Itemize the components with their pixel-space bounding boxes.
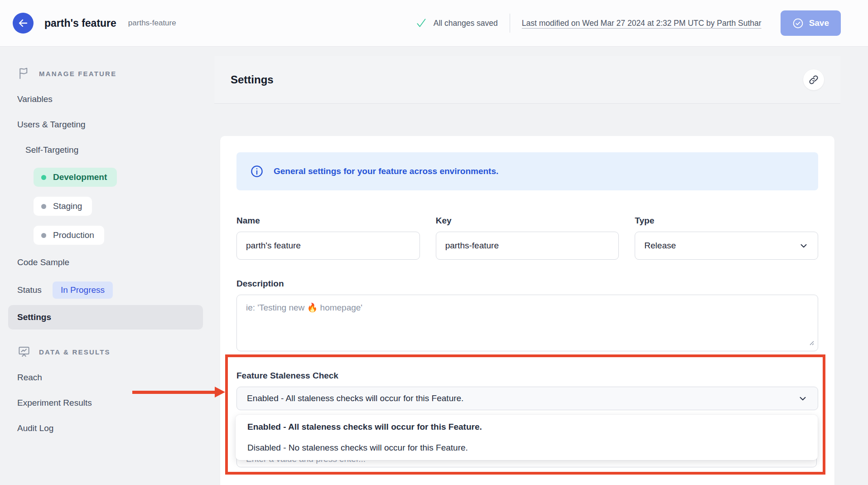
sidebar-heading-manage-feature: MANAGE FEATURE: [17, 63, 199, 87]
feature-key: parths-feature: [128, 19, 176, 28]
sidebar-item-staging[interactable]: Staging: [34, 197, 92, 216]
sidebar-item-experiment-results[interactable]: Experiment Results: [17, 390, 199, 416]
sidebar-item-code-sample[interactable]: Code Sample: [17, 250, 199, 275]
sidebar-item-audit-log[interactable]: Audit Log: [17, 416, 199, 441]
env-label: Development: [53, 172, 107, 182]
main-content: Settings General settings for your featu…: [208, 47, 868, 485]
name-input[interactable]: [236, 232, 420, 260]
sidebar: MANAGE FEATURE Variables Users & Targeti…: [0, 47, 208, 485]
sidebar-heading-label: MANAGE FEATURE: [39, 70, 116, 78]
staleness-dropdown-menu: Enabled - All staleness checks will occu…: [236, 415, 818, 460]
key-label: Key: [436, 216, 619, 226]
sidebar-env-development-row: Development: [17, 163, 199, 192]
sidebar-item-users-targeting[interactable]: Users & Targeting: [17, 112, 199, 137]
page-title: parth's feature: [44, 17, 116, 29]
env-dot-icon: [41, 233, 46, 238]
env-dot-icon: [41, 175, 46, 180]
status-badge[interactable]: In Progress: [53, 281, 113, 299]
env-dot-icon: [41, 204, 46, 209]
arrow-left-icon: [18, 18, 29, 29]
env-label: Production: [53, 230, 94, 240]
check-icon: [415, 17, 427, 29]
header-divider: [510, 14, 510, 33]
key-field-group: Key: [436, 216, 619, 260]
copy-link-button[interactable]: [803, 69, 824, 90]
form-row: Name Key Type Release: [236, 216, 818, 260]
back-button[interactable]: [13, 13, 34, 34]
sidebar-item-reach[interactable]: Reach: [17, 365, 199, 390]
staleness-option-enabled[interactable]: Enabled - All staleness checks will occu…: [236, 417, 818, 436]
info-banner-text: General settings for your feature across…: [274, 166, 498, 176]
sidebar-item-development[interactable]: Development: [34, 168, 117, 187]
link-icon: [808, 74, 819, 85]
sidebar-heading-data-results: DATA & RESULTS: [17, 341, 199, 365]
staleness-option-disabled[interactable]: Disabled - No staleness checks will occu…: [236, 438, 818, 457]
sidebar-spacer: [17, 330, 199, 341]
page-body: MANAGE FEATURE Variables Users & Targeti…: [0, 47, 868, 485]
info-icon: [250, 165, 264, 178]
type-select-value: Release: [644, 241, 676, 251]
description-textarea[interactable]: [236, 295, 818, 351]
key-input[interactable]: [436, 232, 619, 260]
save-button[interactable]: Save: [781, 10, 841, 36]
chevron-down-icon: [798, 393, 808, 403]
saved-status-text: All changes saved: [434, 19, 498, 28]
flag-icon: [17, 67, 31, 80]
name-field-group: Name: [236, 216, 420, 260]
name-label: Name: [236, 216, 420, 226]
staleness-section: Feature Staleness Check Enabled - All st…: [236, 358, 818, 475]
chevron-down-icon: [799, 241, 809, 251]
sidebar-item-variables[interactable]: Variables: [17, 87, 199, 112]
sidebar-item-settings[interactable]: Settings: [8, 305, 203, 330]
settings-card: General settings for your feature across…: [220, 136, 834, 485]
staleness-dropdown-area: Enter a value and press enter... Enabled…: [236, 410, 818, 475]
staleness-label: Feature Staleness Check: [236, 371, 818, 381]
info-banner: General settings for your feature across…: [236, 152, 818, 190]
sidebar-env-staging-row: Staging: [17, 192, 199, 221]
env-label: Staging: [53, 201, 82, 211]
top-header: parth's feature parths-feature All chang…: [0, 0, 868, 47]
sidebar-status-label: Status: [17, 285, 42, 295]
staleness-select-value: Enabled - All staleness checks will occu…: [247, 393, 463, 403]
save-button-label: Save: [809, 18, 829, 28]
sidebar-heading-label: DATA & RESULTS: [39, 348, 111, 356]
saved-status: All changes saved: [415, 17, 498, 29]
sidebar-status-row: Status In Progress: [17, 275, 199, 305]
sidebar-env-production-row: Production: [17, 221, 199, 250]
description-label: Description: [236, 279, 818, 289]
type-select[interactable]: Release: [635, 232, 818, 260]
staleness-select[interactable]: Enabled - All staleness checks will occu…: [236, 387, 818, 410]
sidebar-item-production[interactable]: Production: [34, 226, 104, 245]
settings-title: Settings: [231, 73, 274, 86]
description-field-group: Description: [236, 279, 818, 351]
circle-check-icon: [792, 18, 804, 29]
type-field-group: Type Release: [635, 216, 818, 260]
settings-panel-header: Settings: [214, 56, 840, 103]
sidebar-item-self-targeting[interactable]: Self-Targeting: [17, 137, 199, 163]
chart-board-icon: [17, 345, 31, 359]
last-modified-link[interactable]: Last modified on Wed Mar 27 2024 at 2:32…: [522, 19, 762, 28]
type-label: Type: [635, 216, 818, 226]
